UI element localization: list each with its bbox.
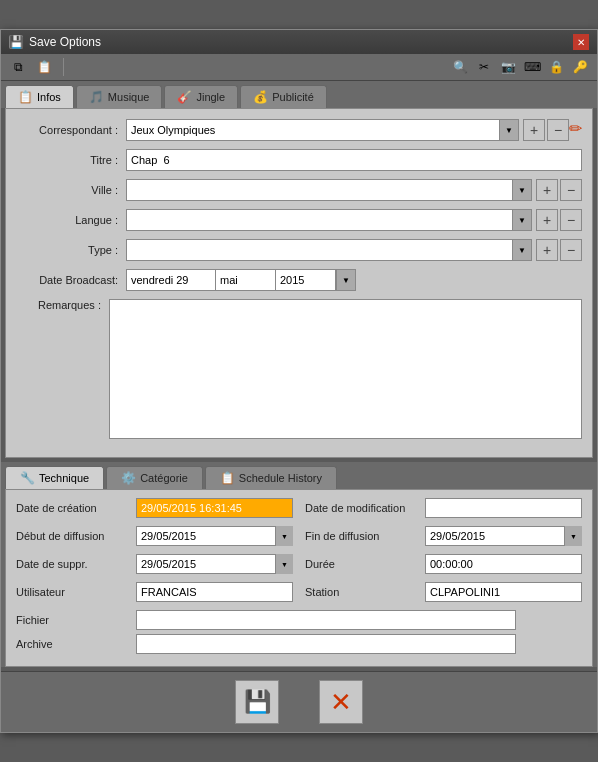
- date-suppr-arrow[interactable]: ▼: [275, 554, 293, 574]
- correspondant-remove-button[interactable]: −: [547, 119, 569, 141]
- key-icon[interactable]: 🔑: [571, 58, 589, 76]
- ville-remove-button[interactable]: −: [560, 179, 582, 201]
- correspondant-dropdown-arrow[interactable]: ▼: [499, 119, 519, 141]
- edit-pencil-icon[interactable]: ✏: [569, 119, 582, 138]
- date-modification-row: Date de modification: [305, 498, 582, 518]
- musique-tab-icon: 🎵: [89, 90, 104, 104]
- remarques-row: Remarques :: [16, 299, 582, 439]
- correspondant-add-button[interactable]: +: [523, 119, 545, 141]
- langue-select[interactable]: [126, 209, 532, 231]
- camera-icon[interactable]: 📷: [499, 58, 517, 76]
- date-modification-label: Date de modification: [305, 502, 425, 514]
- fin-diffusion-select-wrap: ▼: [425, 526, 582, 546]
- utilisateur-label: Utilisateur: [16, 586, 136, 598]
- paste-icon[interactable]: 📋: [35, 58, 53, 76]
- debut-diffusion-select-wrap: ▼: [136, 526, 293, 546]
- langue-dropdown-arrow[interactable]: ▼: [512, 209, 532, 231]
- fin-diffusion-row: Fin de diffusion ▼: [305, 526, 582, 546]
- fichier-input[interactable]: [136, 610, 516, 630]
- date-suppr-label: Date de suppr.: [16, 558, 136, 570]
- type-label: Type :: [16, 244, 126, 256]
- tab-publicite[interactable]: 💰 Publicité: [240, 85, 327, 108]
- archive-label: Archive: [16, 638, 136, 650]
- schedule-tab-icon: 📋: [220, 471, 235, 485]
- langue-remove-button[interactable]: −: [560, 209, 582, 231]
- fichier-row: Fichier: [16, 610, 582, 630]
- date-suppr-row: Date de suppr. ▼: [16, 554, 293, 574]
- langue-row: Langue : ▼ + −: [16, 209, 582, 231]
- date-modification-input[interactable]: [425, 498, 582, 518]
- btab-categorie[interactable]: ⚙️ Catégorie: [106, 466, 203, 489]
- ville-select-wrap: ▼: [126, 179, 532, 201]
- type-row: Type : ▼ + −: [16, 239, 582, 261]
- titre-label: Titre :: [16, 154, 126, 166]
- debut-diffusion-row: Début de diffusion ▼: [16, 526, 293, 546]
- lock-icon[interactable]: 🔒: [547, 58, 565, 76]
- ville-dropdown-arrow[interactable]: ▼: [512, 179, 532, 201]
- date-year-input[interactable]: [276, 269, 336, 291]
- remarques-label: Remarques :: [16, 299, 109, 311]
- tab-infos[interactable]: 📋 Infos: [5, 85, 74, 108]
- technique-tab-icon: 🔧: [20, 471, 35, 485]
- save-button[interactable]: 💾: [235, 680, 279, 724]
- debut-diffusion-arrow[interactable]: ▼: [275, 526, 293, 546]
- cancel-button[interactable]: ✕: [319, 680, 363, 724]
- remarques-textarea[interactable]: [109, 299, 582, 439]
- langue-select-wrap: ▼: [126, 209, 532, 231]
- date-broadcast-row: Date Broadcast: ▼: [16, 269, 582, 291]
- station-input[interactable]: [425, 582, 582, 602]
- copy-icon[interactable]: ⧉: [9, 58, 27, 76]
- close-button[interactable]: ✕: [573, 34, 589, 50]
- duree-input[interactable]: [425, 554, 582, 574]
- ville-add-button[interactable]: +: [536, 179, 558, 201]
- langue-add-button[interactable]: +: [536, 209, 558, 231]
- type-add-button[interactable]: +: [536, 239, 558, 261]
- categorie-tab-icon: ⚙️: [121, 471, 136, 485]
- type-select[interactable]: [126, 239, 532, 261]
- type-select-wrap: ▼: [126, 239, 532, 261]
- bottom-section: 🔧 Technique ⚙️ Catégorie 📋 Schedule Hist…: [1, 462, 597, 667]
- date-suppr-input[interactable]: [136, 554, 293, 574]
- date-dropdown-arrow[interactable]: ▼: [336, 269, 356, 291]
- titre-row: Titre :: [16, 149, 582, 171]
- correspondant-select-wrap: Jeux Olympiques ▼: [126, 119, 519, 141]
- btab-schedule[interactable]: 📋 Schedule History: [205, 466, 337, 489]
- date-month-input[interactable]: [216, 269, 276, 291]
- station-row: Station: [305, 582, 582, 602]
- ville-select[interactable]: [126, 179, 532, 201]
- tab-jingle[interactable]: 🎸 Jingle: [164, 85, 238, 108]
- archive-input[interactable]: [136, 634, 516, 654]
- input-icon[interactable]: ⌨: [523, 58, 541, 76]
- correspondant-label: Correspondant :: [16, 124, 126, 136]
- titre-input[interactable]: [126, 149, 582, 171]
- jingle-tab-icon: 🎸: [177, 90, 192, 104]
- type-dropdown-arrow[interactable]: ▼: [512, 239, 532, 261]
- technique-content: Date de création Date de modification Dé…: [5, 489, 593, 667]
- fin-diffusion-arrow[interactable]: ▼: [564, 526, 582, 546]
- main-form: ✏ Correspondant : Jeux Olympiques ▼ + − …: [5, 108, 593, 458]
- debut-diffusion-input[interactable]: [136, 526, 293, 546]
- infos-tab-icon: 📋: [18, 90, 33, 104]
- langue-label: Langue :: [16, 214, 126, 226]
- date-creation-input[interactable]: [136, 498, 293, 518]
- fin-diffusion-input[interactable]: [425, 526, 582, 546]
- save-disk-icon: 💾: [244, 689, 271, 715]
- tech-row-1: Date de création Date de modification: [16, 498, 582, 522]
- search-icon[interactable]: 🔍: [451, 58, 469, 76]
- scissors-icon[interactable]: ✂: [475, 58, 493, 76]
- date-broadcast-select-wrap: ▼: [126, 269, 356, 291]
- btab-technique[interactable]: 🔧 Technique: [5, 466, 104, 489]
- utilisateur-input[interactable]: [136, 582, 293, 602]
- date-day-input[interactable]: [126, 269, 216, 291]
- tech-row-4: Utilisateur Station: [16, 582, 582, 606]
- utilisateur-row: Utilisateur: [16, 582, 293, 602]
- archive-row: Archive: [16, 634, 582, 654]
- debut-diffusion-label: Début de diffusion: [16, 530, 136, 542]
- tab-musique[interactable]: 🎵 Musique: [76, 85, 163, 108]
- type-remove-button[interactable]: −: [560, 239, 582, 261]
- date-creation-label: Date de création: [16, 502, 136, 514]
- date-creation-row: Date de création: [16, 498, 293, 518]
- duree-label: Durée: [305, 558, 425, 570]
- correspondant-select[interactable]: Jeux Olympiques: [126, 119, 519, 141]
- cancel-x-icon: ✕: [330, 687, 352, 718]
